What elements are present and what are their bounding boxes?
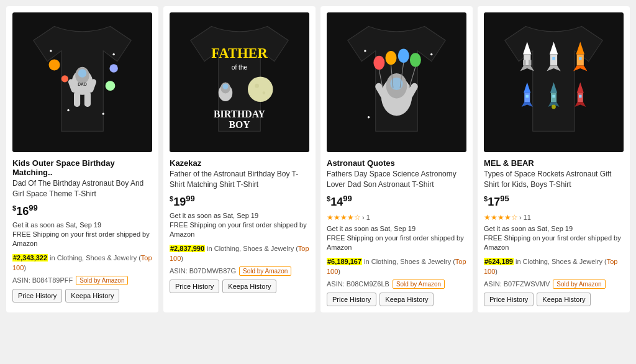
product-title: Father of the Astronaut Birthday Boy T-S… [170, 169, 309, 190]
delivery-info: Get it as soon as Sat, Sep 19 FREE Shipp… [170, 211, 309, 240]
product-image: DAD [12, 12, 152, 152]
asin-text: ASIN: B08CM9Z6LB [327, 280, 389, 288]
product-title: Fathers Day Space Science Astronomy Love… [327, 169, 466, 190]
svg-point-25 [223, 84, 229, 89]
button-row: Price History Keepa History [327, 293, 466, 306]
product-card-4: MEL & BEAR Types of Space Rockets Astron… [478, 6, 630, 312]
svg-rect-61 [526, 95, 529, 98]
delivery-info: Get it as soon as Sat, Sep 19 FREE Shipp… [12, 221, 152, 249]
price-history-button[interactable]: Price History [484, 293, 534, 306]
svg-point-34 [373, 56, 384, 70]
asin-text: ASIN: B084T89PFF [12, 276, 73, 284]
product-brand: Kazekaz [170, 158, 309, 168]
rank-number: #2,343,322 [12, 254, 48, 262]
product-grid: DAD Kids Outer Space Birthday Matching..… [6, 6, 630, 312]
keepa-history-button[interactable]: Keepa History [65, 289, 119, 303]
sold-by-badge: Sold by Amazon [393, 280, 445, 289]
button-row: Price History Keepa History [170, 280, 309, 293]
asin-row: ASIN: B07DMWB87G Sold by Amazon [170, 266, 309, 276]
product-price: $1499 [327, 194, 466, 209]
star-rating: ★★★★☆ › 1 [327, 213, 370, 222]
asin-text: ASIN: B07DMWB87G [170, 267, 236, 275]
star-rating: ★★★★☆ › 11 [484, 213, 531, 222]
keepa-history-button[interactable]: Keepa History [222, 280, 276, 293]
svg-point-36 [398, 49, 409, 63]
svg-rect-65 [552, 95, 555, 98]
svg-point-21 [255, 84, 259, 88]
review-count: › 11 [519, 214, 531, 221]
product-price: $1795 [484, 194, 624, 209]
asin-text: ASIN: B07FZWSVMV [484, 280, 550, 288]
product-brand: Kids Outer Space Birthday Matching.. [12, 158, 152, 177]
star-icons: ★★★★☆ [484, 213, 518, 222]
keepa-history-button[interactable]: Keepa History [379, 293, 434, 306]
svg-text:BIRTHDAY: BIRTHDAY [214, 109, 266, 119]
rank-container: #6,189,167 in Clothing, Shoes & Jewelry … [327, 257, 466, 277]
asin-row: ASIN: B07FZWSVMV Sold by Amazon [484, 280, 624, 289]
svg-point-12 [50, 50, 52, 52]
svg-point-9 [109, 64, 118, 73]
delivery-info: Get it as soon as Sat, Sep 19 FREE Shipp… [327, 224, 466, 253]
product-title: Dad Of The Birthday Astronaut Boy And Gi… [12, 178, 152, 199]
svg-rect-70 [579, 95, 582, 98]
svg-point-43 [430, 53, 432, 55]
svg-point-42 [364, 50, 366, 52]
delivery-info: Get it as soon as Sat, Sep 19 FREE Shipp… [484, 224, 624, 253]
product-card-2: FATHER of the BIRTHDAY BOY Kazekaz Fathe… [163, 6, 316, 312]
product-image: FATHER of the BIRTHDAY BOY [170, 12, 309, 152]
svg-point-37 [410, 53, 421, 67]
keepa-history-button[interactable]: Keepa History [537, 293, 591, 306]
star-icons: ★★★★☆ [327, 213, 361, 222]
rank-container: #2,837,990 in Clothing, Shoes & Jewelry … [170, 243, 309, 264]
product-brand: Astronaut Quotes [327, 158, 466, 168]
product-card-1: DAD Kids Outer Space Birthday Matching..… [6, 6, 158, 312]
product-image [327, 12, 466, 152]
svg-text:BOY: BOY [229, 119, 250, 130]
rank-container: #2,343,322 in Clothing, Shoes & Jewelry … [12, 253, 152, 273]
price-history-button[interactable]: Price History [327, 293, 376, 306]
svg-point-3 [78, 69, 87, 78]
svg-point-8 [49, 59, 60, 70]
svg-rect-7 [84, 91, 91, 107]
svg-point-14 [67, 109, 69, 111]
rank-container: #624,189 in Clothing, Shoes & Jewelry (T… [484, 257, 624, 277]
sold-by-badge: Sold by Amazon [239, 266, 291, 276]
svg-point-22 [263, 91, 266, 94]
asin-row: ASIN: B084T89PFF Sold by Amazon [12, 276, 152, 285]
price-history-button[interactable]: Price History [12, 289, 62, 303]
svg-point-10 [61, 75, 68, 82]
svg-rect-57 [579, 57, 582, 60]
svg-point-35 [386, 51, 397, 65]
button-row: Price History Keepa History [12, 289, 152, 303]
sold-by-badge: Sold by Amazon [76, 276, 128, 285]
button-row: Price History Keepa History [484, 293, 624, 306]
price-history-button[interactable]: Price History [170, 280, 219, 293]
rank-number: #624,189 [484, 258, 514, 265]
product-brand: MEL & BEAR [484, 158, 624, 168]
svg-rect-53 [552, 57, 555, 60]
sold-by-badge: Sold by Amazon [553, 280, 605, 289]
product-title: Types of Space Rockets Astronaut Gift Sh… [484, 169, 624, 190]
product-card-3: Astronaut Quotes Fathers Day Space Scien… [320, 6, 473, 312]
svg-point-13 [112, 53, 114, 55]
svg-text:of the: of the [232, 64, 248, 71]
svg-point-44 [368, 116, 370, 118]
svg-rect-49 [523, 60, 526, 66]
rank-number: #6,189,167 [327, 258, 362, 265]
asin-row: ASIN: B08CM9Z6LB Sold by Amazon [327, 280, 466, 289]
svg-point-67 [552, 105, 556, 109]
product-price: $1699 [12, 203, 152, 218]
svg-rect-6 [74, 91, 80, 107]
product-image [484, 12, 624, 152]
review-count: › 1 [362, 214, 370, 221]
svg-point-11 [106, 81, 116, 91]
svg-point-20 [248, 77, 273, 102]
svg-text:FATHER: FATHER [211, 45, 268, 61]
rank-number: #2,837,990 [170, 245, 205, 252]
product-price: $1999 [170, 194, 309, 209]
svg-text:DAD: DAD [78, 82, 87, 86]
svg-rect-50 [529, 60, 532, 66]
svg-point-15 [102, 112, 104, 114]
